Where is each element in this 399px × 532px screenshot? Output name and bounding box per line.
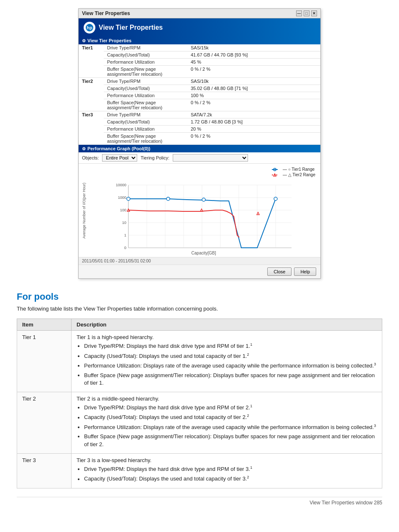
page-section-title: For pools [17,291,382,302]
col-item-header: Item [17,319,72,331]
prop-value: 0 % / 2 % [187,66,320,78]
prop-value: 20 % [187,126,320,133]
prop-label: Drive Type/RPM [104,78,187,85]
performance-chart: 10000 1000 100 10 1 0 0 [90,166,317,250]
bullet-item: Drive Type/RPM: Displays the hard disk d… [84,342,377,350]
bullet-item: Performance Utilization: Displays rate o… [84,423,377,432]
dialog-title-label: View Tier Properties [82,10,130,16]
prop-label: Buffer Space(New page assignment/Tier re… [104,66,187,78]
prop-value: 45 % [187,59,320,66]
svg-text:100: 100 [120,208,126,212]
svg-text:1: 1 [124,233,126,237]
table-row: Tier 3Tier 3 is a low-speed hierarchy.Dr… [17,453,382,488]
svg-point-40 [274,197,277,200]
close-icon[interactable]: ✕ [311,10,317,16]
prop-label: Drive Type/RPM [104,111,187,118]
svg-point-38 [166,197,170,200]
tier-name-tier1: Tier1 [79,44,104,78]
table-item: Tier 3 [17,453,72,488]
prop-value: 0 % / 2 % [187,133,320,145]
table-item: Tier 2 [17,392,72,453]
svg-text:1000: 1000 [118,195,126,200]
graph-legend: — ○ Tier1 Range — △ Tier2 Range [272,167,315,178]
svg-point-39 [202,198,205,201]
prop-value: SAS/10k [187,78,320,85]
svg-text:0: 0 [124,246,126,250]
tier-name-tier2: Tier2 [79,78,104,111]
table-description: Tier 2 is a middle-speed hierarchy.Drive… [72,392,382,453]
prop-value: 100 % [187,92,320,99]
tier-name-tier3: Tier3 [79,111,104,145]
prop-label: Drive Type/RPM [104,44,187,51]
svg-text:10: 10 [122,221,126,225]
prop-value: 41.67 GB / 44.70 GB [93 %] [187,51,320,59]
date-range-text: 2011/05/01 01:00 - 2011/05/31 02:00 [82,259,151,263]
legend-tier2: — △ Tier2 Range [272,172,315,177]
table-description: Tier 1 is a high-speed hierarchy.Drive T… [72,331,382,392]
svg-text:hp: hp [87,25,92,30]
prop-label: Performance Utilization [104,59,187,66]
prop-label: Capacity(Used/Total) [104,118,187,126]
prop-label: Capacity(Used/Total) [104,51,187,59]
bullet-item: Drive Type/RPM: Displays the hard disk d… [84,403,377,412]
reference-table: Item Description Tier 1Tier 1 is a high-… [17,319,382,488]
dialog-header-title: View Tier Properties [99,24,163,31]
prop-label: Buffer Space(New page assignment/Tier re… [104,99,187,111]
page-footer: View Tier Properties window 285 [17,497,382,506]
bullet-item: Buffer Space (New page assignment/Tier r… [84,433,377,448]
table-item: Tier 1 [17,331,72,392]
table-row: Tier 2Tier 2 is a middle-speed hierarchy… [17,392,382,453]
x-axis-label: Capacity[GB] [192,251,216,255]
prop-label: Buffer Space(New page assignment/Tier re… [104,133,187,145]
properties-table: Tier1Drive Type/RPMSAS/15kCapacity(Used/… [79,44,320,145]
col-description-header: Description [72,319,382,331]
description-intro: Tier 2 is a middle-speed hierarchy. [77,396,377,402]
graph-section-icon: ⚙ [82,146,86,151]
titlebar-icons: — □ ✕ [296,10,317,16]
bullet-item: Capacity (Used/Total): Displays the used… [84,413,377,421]
legend-tier2-label: — △ Tier2 Range [283,172,315,177]
prop-label: Capacity(Used/Total) [104,85,187,92]
objects-select[interactable]: Entire Pool [102,154,137,162]
description-intro: Tier 3 is a low-speed hierarchy. [77,457,377,463]
legend-tier1: — ○ Tier1 Range [272,167,315,172]
restore-icon[interactable]: □ [304,10,309,16]
dialog-window: View Tier Properties — □ ✕ hp View Tier … [78,8,321,279]
table-description: Tier 3 is a low-speed hierarchy.Drive Ty… [72,453,382,488]
prop-value: SATA/7.2k [187,111,320,118]
prop-value: 1.72 GB / 48.80 GB [3 %] [187,118,320,126]
prop-value: 35.02 GB / 48.80 GB [71 %] [187,85,320,92]
svg-point-37 [127,197,130,200]
properties-section-header: ⚙ View Tier Properties [79,37,320,44]
legend-tier1-label: — ○ Tier1 Range [283,167,315,172]
graph-area: — ○ Tier1 Range — △ Tier2 Range Average … [79,164,320,257]
y-axis-label: Average Number of I/O(per Hour) [82,183,86,239]
bullet-item: Capacity (Used/Total): Displays the used… [84,475,377,483]
dialog-header: hp View Tier Properties [79,18,320,37]
dialog-titlebar: View Tier Properties — □ ✕ [79,9,320,18]
close-button[interactable]: Close [267,267,292,276]
prop-label: Performance Utilization [104,92,187,99]
help-button[interactable]: Help [294,267,316,276]
page-intro: The following table lists the View Tier … [17,306,382,312]
bullet-item: Buffer Space (New page assignment/Tier r… [84,372,377,387]
prop-value: 0 % / 2 % [187,99,320,111]
bullet-item: Capacity (Used/Total): Displays the used… [84,352,377,360]
graph-section-label: Performance Graph (Pool(0)) [87,146,150,151]
properties-section-label: View Tier Properties [87,38,131,43]
svg-text:10000: 10000 [116,183,126,187]
prop-label: Performance Utilization [104,126,187,133]
graph-section-header: ⚙ Performance Graph (Pool(0)) [79,145,320,152]
hp-logo: hp [84,22,95,33]
minimize-icon[interactable]: — [296,10,302,16]
tiering-policy-select[interactable] [173,154,248,162]
dialog-footer: Close Help [79,265,320,278]
bullet-item: Drive Type/RPM: Displays the hard disk d… [84,465,377,473]
description-intro: Tier 1 is a high-speed hierarchy. [77,334,377,340]
table-row: Tier 1Tier 1 is a high-speed hierarchy.D… [17,331,382,392]
footer-text: View Tier Properties window 285 [309,500,382,506]
graph-controls: Objects: Entire Pool Tiering Policy: [79,152,320,164]
tiering-policy-label: Tiering Policy: [141,155,169,160]
bullet-item: Performance Utilization: Displays rate o… [84,362,377,370]
date-range-bar: 2011/05/01 01:00 - 2011/05/31 02:00 [79,257,320,265]
